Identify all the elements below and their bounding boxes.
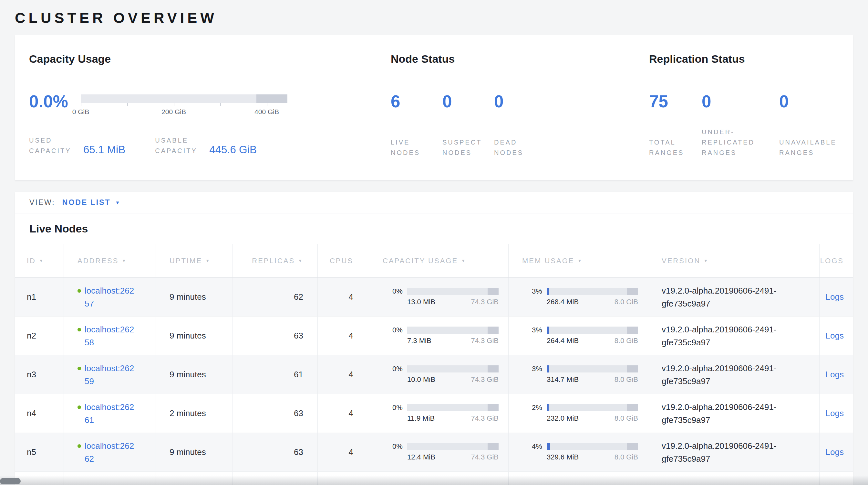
stat-value: 6 <box>391 92 442 111</box>
cpus-cell: 4 <box>318 355 369 394</box>
capacity-percent: 0% <box>392 443 407 450</box>
stat-live-nodes: 6 LIVE NODES <box>391 92 442 158</box>
replicas-value: 63 <box>294 408 303 419</box>
logs-link[interactable]: Logs <box>826 331 844 341</box>
capacity-values-row: USED CAPACITY 65.1 MiB USABLE CAPACITY 4… <box>29 135 391 156</box>
logs-link[interactable]: Logs <box>826 408 844 419</box>
sort-desc-icon: ▼ <box>39 258 44 263</box>
capacity-percent: 0% <box>392 288 407 295</box>
table-row: n5 localhost:26262 9 minutes 63 4 0% 12.… <box>15 433 853 472</box>
capacity-percent: 0% <box>392 404 407 411</box>
uptime-value: 9 minutes <box>169 370 206 379</box>
capacity-gauge: 0 GiB 200 GiB 400 GiB <box>81 92 287 118</box>
view-selector-bar: VIEW: NODE LIST ▼ <box>15 192 853 213</box>
logs-cell <box>819 472 853 485</box>
replicas-value: 63 <box>294 447 303 457</box>
mem-bar-fill <box>547 288 549 295</box>
replication-status-stats: 75 TOTAL RANGES 0 UNDER-REPLICATED RANGE… <box>649 92 853 158</box>
table-row: n3 localhost:26259 9 minutes 61 4 0% 10.… <box>15 355 853 394</box>
mem-total: 8.0 GiB <box>615 453 638 461</box>
logs-cell: Logs <box>819 278 853 316</box>
capacity-usage-cell: 0% 10.0 MiB74.3 GiB <box>369 355 508 394</box>
stat-label: DEAD NODES <box>494 137 546 158</box>
usable-capacity: USABLE CAPACITY 445.6 GiB <box>155 135 257 156</box>
capacity-used: 7.3 MiB <box>407 337 431 345</box>
stat-unavailable-ranges: 0 UNAVAILABLE RANGES <box>779 92 850 158</box>
capacity-usage-cell: 0% 11.9 MiB74.3 GiB <box>369 394 508 433</box>
mem-used: 314.7 MiB <box>547 375 579 384</box>
capacity-percent: 0% <box>392 326 407 334</box>
capacity-usage-cell <box>369 472 508 485</box>
used-capacity-value: 65.1 MiB <box>83 144 125 156</box>
node-address-link[interactable]: localhost:26258 <box>85 323 135 349</box>
page-title: CLUSTER OVERVIEW <box>15 10 853 27</box>
cpus-cell: 4 <box>318 317 369 355</box>
horizontal-scrollbar-thumb[interactable] <box>0 478 21 484</box>
logs-link[interactable]: Logs <box>826 292 844 302</box>
replicas-cell: 62 <box>232 278 318 316</box>
mem-bar-fill <box>547 404 549 411</box>
replication-status-title: Replication Status <box>649 53 853 65</box>
column-label: MEM USAGE <box>522 257 574 265</box>
node-id-cell: n5 <box>15 433 64 472</box>
node-address-cell: localhost:26262 <box>64 433 156 472</box>
cpus-cell: 4 <box>318 433 369 472</box>
mem-percent: 3% <box>532 326 547 334</box>
mem-percent: 3% <box>532 288 547 295</box>
mem-usage-cell: 3% 264.4 MiB8.0 GiB <box>508 317 648 355</box>
mem-bar <box>547 288 638 295</box>
mem-used: 232.0 MiB <box>547 414 579 423</box>
version-cell: v19.2.0-alpha.20190606-2491-gfe735c9a97 <box>648 433 819 472</box>
stat-label: LIVE NODES <box>391 137 442 158</box>
node-address-link[interactable]: localhost:26262 <box>85 439 135 465</box>
capacity-used: 13.0 MiB <box>407 298 435 306</box>
capacity-gauge-axis <box>81 103 287 107</box>
uptime-value: 9 minutes <box>169 292 206 302</box>
logs-link[interactable]: Logs <box>826 370 844 379</box>
replicas-cell <box>232 472 318 485</box>
node-id: n2 <box>27 331 36 341</box>
table-row-partial <box>15 472 853 485</box>
column-label: UPTIME <box>169 257 202 265</box>
uptime-value: 9 minutes <box>169 331 206 341</box>
column-header-address[interactable]: ADDRESS ▼ <box>64 244 156 278</box>
view-dropdown[interactable]: NODE LIST ▼ <box>62 198 120 207</box>
column-header-version[interactable]: VERSION ▼ <box>648 244 819 278</box>
node-id: n5 <box>27 447 36 457</box>
node-address-link[interactable]: localhost:26259 <box>85 362 135 388</box>
column-header-replicas[interactable]: REPLICAS ▼ <box>232 244 318 278</box>
live-nodes-header: Live Nodes <box>15 213 853 244</box>
uptime-value: 2 minutes <box>169 408 206 419</box>
mem-bar-fill <box>547 443 550 450</box>
column-header-capacity-usage[interactable]: CAPACITY USAGE ▼ <box>369 244 508 278</box>
table-row: n1 localhost:26257 9 minutes 62 4 0% 13.… <box>15 278 853 317</box>
capacity-bar <box>407 443 499 450</box>
node-address-link[interactable]: localhost:26261 <box>85 401 135 426</box>
column-header-cpus: CPUS <box>318 244 369 278</box>
column-header-id[interactable]: ID ▼ <box>15 244 64 278</box>
logs-link[interactable]: Logs <box>826 447 844 457</box>
mem-total: 8.0 GiB <box>615 337 638 345</box>
node-address-cell: localhost:26259 <box>64 355 156 394</box>
usable-capacity-label: USABLE CAPACITY <box>155 135 207 156</box>
column-label: LOGS <box>820 257 844 265</box>
version-cell: v19.2.0-alpha.20190606-2491-gfe735c9a97 <box>648 317 819 355</box>
node-id-cell: n4 <box>15 394 64 433</box>
column-header-mem-usage[interactable]: MEM USAGE ▼ <box>508 244 648 278</box>
capacity-bar <box>407 365 499 372</box>
node-address-link[interactable]: localhost:26257 <box>85 284 135 310</box>
uptime-cell: 9 minutes <box>156 278 232 316</box>
live-status-icon <box>78 367 81 370</box>
node-address-cell <box>64 472 156 485</box>
stat-suspect-nodes: 0 SUSPECT NODES <box>442 92 494 158</box>
cpus-value: 4 <box>349 370 353 379</box>
usable-capacity-value: 445.6 GiB <box>209 144 257 156</box>
uptime-cell: 9 minutes <box>156 433 232 472</box>
table-row: n4 localhost:26261 2 minutes 63 4 0% 11.… <box>15 394 853 433</box>
capacity-used: 12.4 MiB <box>407 453 435 461</box>
capacity-total: 74.3 GiB <box>471 375 499 384</box>
node-id: n3 <box>27 370 36 379</box>
column-header-uptime[interactable]: UPTIME ▼ <box>156 244 232 278</box>
mem-total: 8.0 GiB <box>615 298 638 306</box>
sort-desc-icon: ▼ <box>206 258 211 263</box>
